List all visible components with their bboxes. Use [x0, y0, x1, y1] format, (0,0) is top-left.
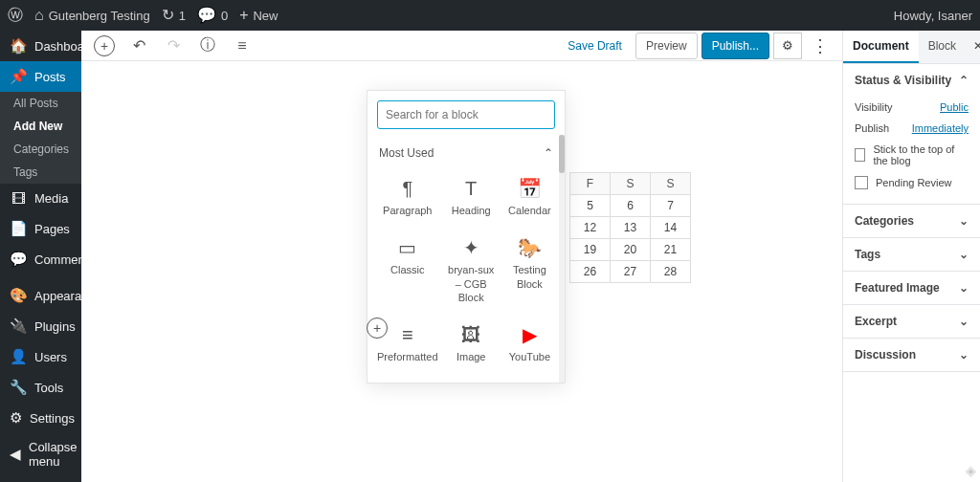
chevron-down-icon: ⌄ [959, 348, 969, 362]
sidebar-item-comments[interactable]: 💬Comments [0, 244, 81, 274]
howdy-link[interactable]: Howdy, Isaner [894, 9, 972, 23]
chevron-up-icon: ⌃ [959, 74, 969, 87]
visibility-value[interactable]: Public [940, 101, 969, 113]
tab-document[interactable]: Document [843, 31, 919, 63]
sidebar-item-settings[interactable]: ⚙Settings [0, 403, 81, 433]
close-panel-button[interactable]: ✕ [966, 31, 980, 63]
updates-link[interactable]: ↻1 [162, 8, 186, 23]
appearance-icon: 🎨 [10, 287, 27, 304]
block-icon: 🖼 [461, 323, 480, 346]
sidebar-item-plugins[interactable]: 🔌Plugins [0, 311, 81, 341]
section-categories[interactable]: Categories⌄ [843, 205, 980, 237]
block-type-youtube[interactable]: ▶YouTube [501, 314, 559, 373]
status-visibility-section: Status & Visibility ⌃ Visibility Public … [843, 64, 980, 205]
block-icon: ✦ [463, 236, 479, 259]
section-excerpt[interactable]: Excerpt⌄ [843, 305, 980, 338]
block-type-classic[interactable]: ▭Classic [373, 227, 442, 314]
section-tags[interactable]: Tags⌄ [843, 238, 980, 271]
comments-link[interactable]: 💬0 [197, 8, 228, 23]
site-name: Gutenberg Testing [49, 9, 150, 23]
block-type-heading[interactable]: THeading [442, 167, 501, 227]
chevron-down-icon: ⌄ [959, 315, 969, 328]
submenu-tags[interactable]: Tags [0, 161, 81, 184]
publish-label: Publish [855, 122, 889, 134]
publish-value[interactable]: Immediately [912, 122, 969, 134]
sidebar-item-media[interactable]: 🎞Media [0, 184, 81, 213]
more-menu[interactable]: ⋮ [806, 35, 835, 56]
visibility-label: Visibility [855, 101, 893, 113]
block-type-image[interactable]: 🖼Image [442, 314, 501, 373]
block-search-input[interactable] [377, 100, 555, 129]
pin-icon: 📌 [10, 68, 27, 85]
undo-button[interactable]: ↶ [123, 31, 154, 61]
wp-logo[interactable]: ⓦ [8, 8, 23, 23]
submenu-all-posts[interactable]: All Posts [0, 92, 81, 115]
insert-block-button[interactable]: + [89, 31, 120, 61]
add-block-inline-button[interactable]: + [367, 318, 388, 339]
new-link[interactable]: +New [239, 8, 278, 23]
site-link[interactable]: ⌂Gutenberg Testing [34, 8, 150, 23]
editor-canvas[interactable]: FSS 567121314192021262728 Most Used ⌃ ¶P… [81, 61, 842, 482]
block-icon: ¶ [402, 177, 412, 200]
user-icon: 👤 [10, 348, 27, 365]
comment-icon: 💬 [10, 251, 27, 268]
chevron-down-icon: ⌄ [959, 281, 969, 295]
block-type-calendar[interactable]: 📅Calendar [501, 167, 559, 227]
admin-bar: ⓦ ⌂Gutenberg Testing ↻1 💬0 +New Howdy, I… [0, 0, 980, 31]
settings-tabs: Document Block ✕ [843, 31, 980, 64]
sidebar-item-users[interactable]: 👤Users [0, 341, 81, 372]
block-icon: ▶ [523, 323, 537, 346]
block-icon: ▭ [398, 236, 416, 259]
block-type-paragraph[interactable]: ¶Paragraph [373, 167, 442, 227]
block-icon: T [465, 177, 477, 200]
dashboard-icon: 🏠 [10, 37, 27, 55]
preview-button[interactable]: Preview [635, 33, 698, 59]
sidebar-item-appearance[interactable]: 🎨Appearance [0, 280, 81, 311]
sidebar-item-collapse-menu[interactable]: ◀Collapse menu [0, 433, 81, 475]
chevron-down-icon: ⌄ [959, 248, 969, 261]
pending-review-row[interactable]: Pending Review [855, 171, 969, 194]
section-discussion[interactable]: Discussion⌄ [843, 339, 980, 371]
calendar-block-preview: FSS 567121314192021262728 [569, 172, 691, 283]
tab-block[interactable]: Block [919, 31, 966, 63]
collapse-icon: ◀ [10, 446, 21, 463]
plugin-icon: 🔌 [10, 318, 27, 335]
block-type-bryan-sux-cgb-block[interactable]: ✦bryan-sux – CGB Block [442, 227, 501, 314]
block-type-testing-block[interactable]: 🐎Testing Block [501, 227, 559, 314]
sidebar-item-dashboard[interactable]: 🏠Dashboard [0, 31, 81, 61]
inserter-scrollbar[interactable] [559, 135, 565, 383]
tool-icon: 🔧 [10, 379, 27, 396]
settings-toggle[interactable]: ⚙ [773, 33, 802, 59]
stick-checkbox-row[interactable]: Stick to the top of the blog [855, 139, 969, 171]
block-icon: 📅 [518, 177, 542, 200]
save-draft-button[interactable]: Save Draft [558, 33, 632, 58]
redo-button[interactable]: ↷ [158, 31, 189, 61]
sidebar-item-tools[interactable]: 🔧Tools [0, 372, 81, 403]
admin-sidebar: 🏠Dashboard📌PostsAll PostsAdd NewCategori… [0, 31, 81, 482]
checkbox-icon[interactable] [855, 148, 865, 162]
block-navigation-button[interactable]: ≡ [227, 31, 257, 61]
chevron-up-icon: ⌃ [544, 146, 553, 160]
settings-panel: Document Block ✕ Status & Visibility ⌃ V… [842, 31, 980, 482]
editor-main: + ↶ ↷ ⓘ ≡ Save Draft Preview Publish... … [81, 31, 842, 482]
chevron-down-icon: ⌄ [959, 214, 969, 228]
settings-icon: ⚙ [10, 409, 22, 427]
checkbox-icon[interactable] [855, 176, 868, 189]
submenu-add-new[interactable]: Add New [0, 115, 81, 138]
sidebar-item-posts[interactable]: 📌Posts [0, 61, 81, 92]
editor-topbar: + ↶ ↷ ⓘ ≡ Save Draft Preview Publish... … [81, 31, 842, 61]
inserter-section-header[interactable]: Most Used ⌃ [368, 139, 565, 167]
page-icon: 📄 [10, 220, 27, 237]
content-info-button[interactable]: ⓘ [192, 31, 223, 61]
status-visibility-toggle[interactable]: Status & Visibility ⌃ [843, 64, 980, 97]
block-inserter-panel: Most Used ⌃ ¶ParagraphTHeading📅Calendar▭… [367, 90, 566, 383]
section-featured-image[interactable]: Featured Image⌄ [843, 272, 980, 304]
block-icon: ≡ [402, 323, 413, 346]
media-icon: 🎞 [10, 190, 27, 207]
resize-handle-icon[interactable]: ◈ [966, 463, 976, 478]
sidebar-item-pages[interactable]: 📄Pages [0, 213, 81, 244]
publish-button[interactable]: Publish... [702, 33, 769, 59]
block-icon: 🐎 [518, 236, 542, 259]
submenu-categories[interactable]: Categories [0, 138, 81, 161]
